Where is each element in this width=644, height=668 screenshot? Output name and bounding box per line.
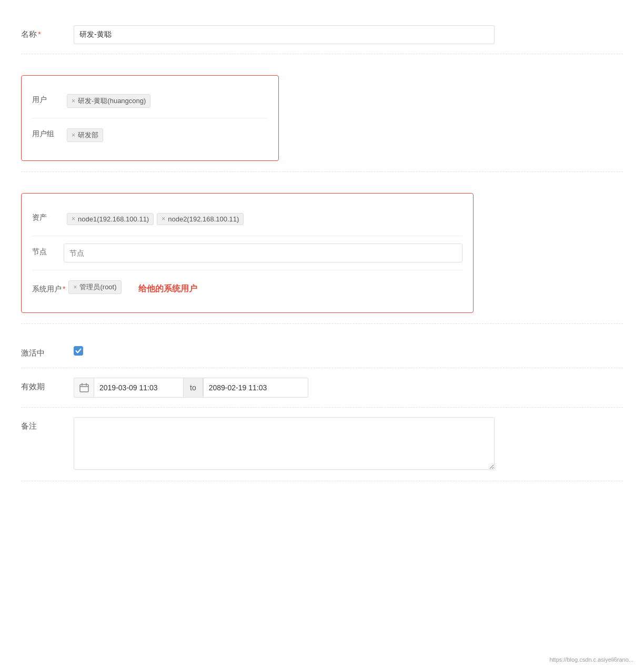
user-group-tag-0[interactable]: × 研发部: [67, 128, 103, 142]
asset-section-content: 资产 × node1(192.168.100.11) × node2(192.1…: [21, 188, 623, 318]
node-row: 节点: [32, 238, 462, 268]
asset-tag-0-close[interactable]: ×: [72, 215, 75, 222]
note-row: 备注: [21, 408, 623, 481]
sys-user-tag-0[interactable]: × 管理员(root): [68, 280, 121, 294]
node-input[interactable]: [64, 244, 462, 262]
active-checkbox-wrapper: [74, 344, 623, 356]
active-label: 激活中: [21, 344, 74, 358]
sys-user-row: 系统用户* × 管理员(root) 给他的系统用户: [32, 272, 462, 302]
asset-tag-1[interactable]: × node2(192.168.100.11): [157, 213, 244, 225]
user-group-tag-0-close[interactable]: ×: [72, 131, 75, 139]
calendar-icon[interactable]: [74, 378, 94, 398]
checkmark-icon: [75, 348, 82, 354]
sys-user-label: 系统用户*: [32, 281, 65, 294]
user-section-row: 用户 × 研发-黄聪(huangcong) 用户组 ×: [21, 65, 623, 172]
user-tags-box[interactable]: × 研发-黄聪(huangcong): [64, 92, 268, 110]
valid-row: 有效期 to: [21, 368, 623, 408]
asset-section-row: 资产 × node1(192.168.100.11) × node2(192.1…: [21, 183, 623, 324]
user-group-tags-box[interactable]: × 研发部: [64, 126, 268, 145]
active-row: 激活中: [21, 335, 623, 368]
calendar-svg: [79, 383, 89, 392]
asset-tag-1-text: node2(192.168.100.11): [168, 215, 239, 223]
note-textarea[interactable]: [74, 417, 495, 470]
user-section-content: 用户 × 研发-黄聪(huangcong) 用户组 ×: [21, 70, 623, 166]
active-content: [74, 344, 623, 356]
asset-bordered-section: 资产 × node1(192.168.100.11) × node2(192.1…: [21, 193, 474, 313]
sys-user-tags-box[interactable]: × 管理员(root): [65, 278, 124, 297]
asset-tag-0-text: node1(192.168.100.11): [78, 215, 149, 223]
name-row: 名称*: [21, 16, 623, 54]
user-group-tag-0-text: 研发部: [78, 130, 98, 140]
note-label: 备注: [21, 417, 74, 431]
asset-tag-0[interactable]: × node1(192.168.100.11): [67, 213, 154, 225]
sys-user-tag-0-text: 管理员(root): [79, 282, 116, 292]
user-bordered-section: 用户 × 研发-黄聪(huangcong) 用户组 ×: [21, 75, 279, 161]
date-start-input[interactable]: [94, 378, 183, 398]
note-content: [74, 417, 623, 471]
user-row: 用户 × 研发-黄聪(huangcong): [32, 86, 268, 116]
date-range: to: [74, 378, 623, 398]
valid-content: to: [74, 378, 623, 398]
node-label: 节点: [32, 244, 64, 257]
user-label: 用户: [32, 92, 64, 105]
name-input[interactable]: [74, 25, 495, 44]
user-tag-0-text: 研发-黄聪(huangcong): [78, 96, 146, 106]
asset-tag-1-close[interactable]: ×: [162, 215, 165, 222]
name-content: [74, 25, 623, 44]
user-group-label: 用户组: [32, 126, 64, 139]
name-label: 名称*: [21, 25, 74, 39]
active-checkbox[interactable]: [74, 346, 83, 356]
sys-user-tag-0-close[interactable]: ×: [73, 284, 77, 291]
node-content: [64, 244, 462, 262]
sys-user-hint: 给他的系统用户: [138, 280, 197, 295]
asset-tags-box[interactable]: × node1(192.168.100.11) × node2(192.168.…: [64, 209, 462, 228]
svg-rect-0: [80, 384, 88, 392]
valid-label: 有效期: [21, 378, 74, 392]
user-tag-0[interactable]: × 研发-黄聪(huangcong): [67, 94, 150, 108]
sys-user-content: × 管理员(root) 给他的系统用户: [65, 278, 462, 297]
asset-row: 资产 × node1(192.168.100.11) × node2(192.1…: [32, 204, 462, 234]
user-group-row: 用户组 × 研发部: [32, 120, 268, 150]
asset-label: 资产: [32, 209, 64, 222]
date-end-input[interactable]: [203, 378, 308, 398]
date-separator: to: [183, 378, 203, 398]
user-tag-0-close[interactable]: ×: [72, 97, 75, 105]
